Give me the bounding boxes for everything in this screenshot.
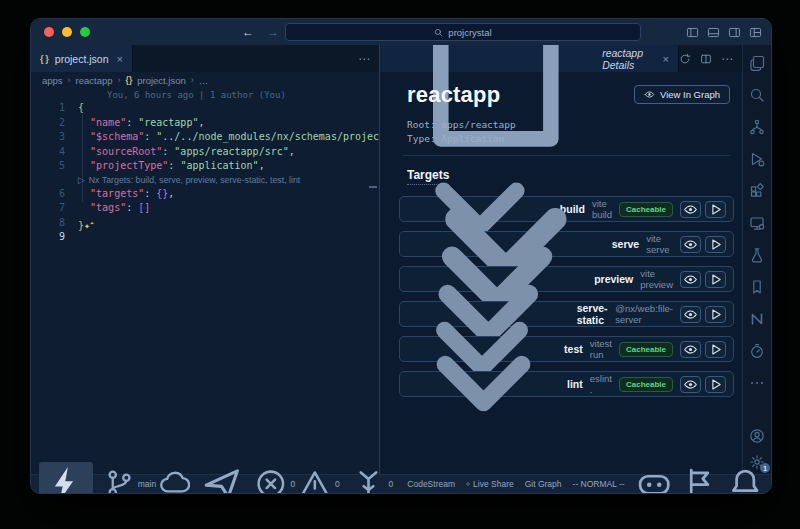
panel-bottom-icon[interactable] bbox=[707, 26, 720, 39]
search-icon[interactable] bbox=[749, 87, 765, 103]
bookmarks-icon[interactable] bbox=[749, 279, 765, 295]
minimize-window-button[interactable] bbox=[62, 27, 72, 37]
panel-right-icon[interactable] bbox=[728, 26, 741, 39]
statusbar-codestream[interactable]: CodeStream bbox=[404, 479, 455, 489]
breadcrumb-item[interactable]: reactapp bbox=[76, 75, 113, 86]
tab-label: reactapp Details bbox=[602, 47, 654, 71]
line-number: 2 bbox=[31, 116, 78, 131]
cacheable-badge: Cacheable bbox=[619, 377, 673, 392]
account-icon[interactable] bbox=[749, 428, 765, 444]
git-blame-annotation: You, 6 hours ago | 1 author (You) bbox=[107, 90, 286, 100]
view-target-button[interactable] bbox=[680, 271, 701, 288]
layout-icon[interactable] bbox=[749, 26, 762, 39]
statusbar-copilot[interactable] bbox=[636, 466, 672, 494]
traffic-lights bbox=[44, 27, 90, 37]
code-line[interactable]: 9 bbox=[31, 230, 379, 245]
code-line[interactable]: 1{ bbox=[31, 101, 379, 116]
target-name: test bbox=[564, 343, 583, 355]
copilot-icon bbox=[636, 466, 672, 494]
remote-explorer-icon[interactable] bbox=[749, 215, 765, 231]
editor-group-left: { } project.json × ⋯ apps›reactapp›{}pro… bbox=[31, 45, 380, 474]
target-command: vite serve bbox=[646, 233, 673, 255]
zoom-window-button[interactable] bbox=[80, 27, 90, 37]
chevron-down-icon[interactable] bbox=[407, 307, 560, 460]
run-target-button[interactable] bbox=[705, 201, 726, 218]
view-target-button[interactable] bbox=[680, 201, 701, 218]
line-number: 3 bbox=[31, 130, 78, 145]
history-nav: ← → bbox=[242, 25, 279, 39]
view-in-graph-label: View In Graph bbox=[660, 89, 720, 100]
refresh-icon[interactable] bbox=[679, 53, 691, 65]
nx-console-icon[interactable] bbox=[749, 311, 765, 327]
breadcrumb-item[interactable]: project.json bbox=[137, 75, 186, 86]
view-target-button[interactable] bbox=[680, 341, 701, 358]
target-row-lint[interactable]: linteslint .Cacheable bbox=[399, 371, 734, 397]
testing-icon[interactable] bbox=[749, 247, 765, 263]
more-icon[interactable] bbox=[749, 375, 765, 391]
breadcrumb-item[interactable]: apps bbox=[42, 75, 63, 86]
extensions-icon[interactable] bbox=[749, 183, 765, 199]
close-icon[interactable]: × bbox=[663, 53, 669, 65]
view-target-button[interactable] bbox=[680, 236, 701, 253]
statusbar-vim-mode[interactable]: -- NORMAL -- bbox=[573, 479, 625, 489]
tab-reactapp-details[interactable]: reactapp Details × bbox=[380, 45, 679, 72]
view-target-button[interactable] bbox=[680, 306, 701, 323]
json-icon: { } bbox=[40, 54, 49, 64]
timer-icon[interactable] bbox=[749, 343, 765, 359]
line-number: 9 bbox=[31, 230, 78, 245]
statusbar-live-share[interactable]: Live Share bbox=[466, 479, 514, 489]
code-line[interactable]: 2 "name": "reactapp", bbox=[31, 116, 379, 131]
files-icon[interactable] bbox=[749, 55, 765, 71]
source-control-icon[interactable] bbox=[749, 119, 765, 135]
close-icon[interactable]: × bbox=[117, 53, 123, 65]
view-in-graph-button[interactable]: View In Graph bbox=[634, 85, 730, 104]
eye-icon bbox=[644, 89, 655, 100]
code-editor[interactable]: You, 6 hours ago | 1 author (You) 1{2 "n… bbox=[31, 88, 379, 474]
more-actions-icon[interactable]: ⋯ bbox=[721, 52, 733, 66]
json-icon: {} bbox=[126, 75, 133, 85]
statusbar-notifications[interactable] bbox=[727, 466, 763, 494]
breadcrumb-item[interactable]: … bbox=[199, 75, 209, 86]
activity-bar: 1 bbox=[742, 45, 771, 474]
forward-arrow-icon[interactable]: → bbox=[267, 25, 279, 39]
code-line[interactable]: 7 "tags": [] bbox=[31, 201, 379, 216]
code-line[interactable]: 8}✦✦ bbox=[31, 216, 379, 231]
line-number: 8 bbox=[31, 216, 78, 231]
code-line[interactable]: 5 "projectType": "application", bbox=[31, 159, 379, 174]
run-target-button[interactable] bbox=[705, 341, 726, 358]
run-target-button[interactable] bbox=[705, 376, 726, 393]
line-number: 7 bbox=[31, 201, 78, 216]
statusbar-flag[interactable] bbox=[681, 466, 717, 494]
title-bar: ← → projcrystal bbox=[31, 19, 771, 45]
project-title: reactapp bbox=[407, 82, 500, 108]
split-editor-icon[interactable] bbox=[700, 53, 712, 65]
line-number: 5 bbox=[31, 159, 78, 174]
vscode-window: ← → projcrystal { } project.json × ⋯ bbox=[30, 18, 772, 494]
nx-targets-codelens[interactable]: ▷Nx Targets: build, serve, preview, serv… bbox=[31, 174, 379, 187]
layout-toggles bbox=[686, 26, 762, 39]
close-window-button[interactable] bbox=[44, 27, 54, 37]
code-line[interactable]: 6 "targets": {}, bbox=[31, 187, 379, 202]
view-target-button[interactable] bbox=[680, 376, 701, 393]
more-actions-icon[interactable]: ⋯ bbox=[358, 52, 370, 66]
command-center-search[interactable]: projcrystal bbox=[285, 23, 641, 41]
bell-icon bbox=[727, 466, 763, 494]
run-target-button[interactable] bbox=[705, 236, 726, 253]
settings-icon[interactable]: 1 bbox=[749, 454, 765, 470]
panel-left-icon[interactable] bbox=[686, 26, 699, 39]
status-bar: main000CodeStreamLive ShareGit Graph-- N… bbox=[31, 474, 771, 493]
back-arrow-icon[interactable]: ← bbox=[242, 25, 254, 39]
run-target-button[interactable] bbox=[705, 271, 726, 288]
code-line[interactable]: 3 "$schema": "../../node_modules/nx/sche… bbox=[31, 130, 379, 145]
line-number: 1 bbox=[31, 101, 78, 116]
code-line[interactable]: 4 "sourceRoot": "apps/reactapp/src", bbox=[31, 145, 379, 160]
run-debug-icon[interactable] bbox=[749, 151, 765, 167]
breadcrumb[interactable]: apps›reactapp›{}project.json›… bbox=[31, 72, 379, 88]
statusbar-git-graph[interactable]: Git Graph bbox=[525, 479, 562, 489]
tab-project-json[interactable]: { } project.json × bbox=[31, 45, 133, 72]
run-target-button[interactable] bbox=[705, 306, 726, 323]
target-name: serve bbox=[612, 238, 639, 250]
search-text: projcrystal bbox=[448, 27, 491, 38]
line-number: 4 bbox=[31, 145, 78, 160]
line-number: 6 bbox=[31, 187, 78, 202]
